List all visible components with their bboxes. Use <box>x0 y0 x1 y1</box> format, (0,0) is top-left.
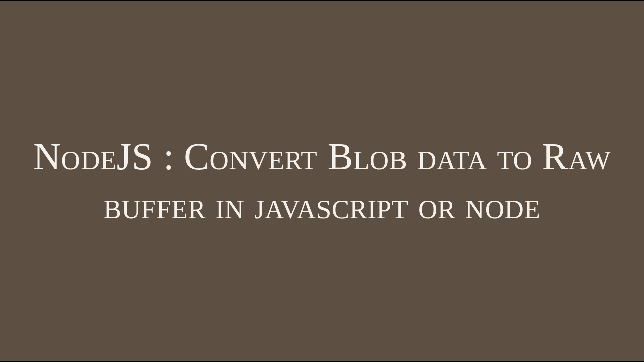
title-text: NodeJS : Convert Blob data to Raw buffer… <box>30 132 614 230</box>
title-card-container: NodeJS : Convert Blob data to Raw buffer… <box>0 1 644 361</box>
